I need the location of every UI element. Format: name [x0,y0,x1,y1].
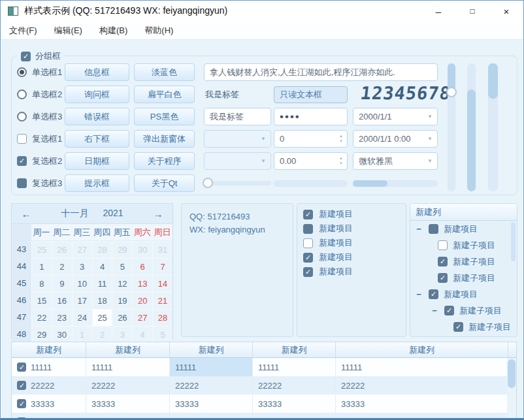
style-button[interactable]: PS黑色 [134,108,195,125]
item-checkbox[interactable] [303,238,313,248]
dialog-button[interactable]: 询问框 [65,86,129,103]
calendar-day[interactable]: 17 [72,292,92,309]
table-cell[interactable]: 11111 [336,358,508,376]
style-button[interactable]: 扁平白色 [134,86,195,103]
calendar-day[interactable]: 9 [52,275,72,292]
calendar-day[interactable]: 25 [92,309,112,326]
item-checkbox[interactable] [429,289,438,299]
double-spinbox[interactable]: 0.00 ▲▼ [274,152,348,170]
calendar-day[interactable]: 16 [52,292,72,309]
int-spinbox[interactable]: 0 ▲▼ [274,130,348,148]
calendar-day[interactable]: 2 [52,258,72,275]
item-checkbox[interactable] [303,267,313,277]
tree-scrollbar[interactable] [511,222,516,261]
calendar-day[interactable]: 30 [52,326,72,343]
spinbox-arrows-icon[interactable]: ▲▼ [339,156,343,165]
calendar-day[interactable]: 24 [72,309,92,326]
row-checkbox[interactable] [17,399,26,408]
list-item[interactable]: 新建项目 [297,207,406,221]
dialog-button[interactable]: 右下框 [65,130,129,148]
calendar-day[interactable]: 5 [152,326,172,343]
list-item[interactable]: 新建项目 [297,265,406,279]
checkbox[interactable] [17,134,27,144]
item-checkbox[interactable] [438,257,448,267]
calendar-day[interactable]: 31 [152,241,172,258]
password-input[interactable]: •••• [274,108,348,125]
calendar-day[interactable]: 21 [152,292,172,309]
quote-input[interactable]: 拿人钱财替人消灾,人生江湖如此,程序江湖亦如此. [204,63,438,81]
table-row[interactable]: 2222222222222222222222222 [12,376,516,395]
empty-combobox-1[interactable]: ▼ [204,130,271,148]
calendar-day[interactable]: 18 [92,292,112,309]
table-cell[interactable]: 22222 [170,376,253,395]
table-header-cell[interactable]: 新建列 [170,342,253,357]
readonly-textbox[interactable]: 只读文本框 [274,86,348,103]
tree-item[interactable]: −新建子项目 [410,302,517,319]
close-button[interactable]: × [489,1,523,22]
vertical-scrollbar-handle[interactable] [488,63,498,99]
vertical-slider-handle[interactable] [446,87,457,97]
calendar-day[interactable]: 27 [132,309,152,326]
item-checkbox[interactable] [438,273,448,283]
collapse-icon[interactable]: − [414,289,423,299]
radio-button[interactable] [17,67,27,77]
calendar-day[interactable]: 13 [132,275,152,292]
menu-item[interactable]: 构建(B) [91,22,136,40]
table-cell[interactable]: 22222 [336,376,508,395]
slider-handle[interactable] [203,178,213,188]
scrollbar-handle[interactable] [353,180,387,187]
row-checkbox[interactable] [17,363,26,372]
calendar-day[interactable]: 2 [92,326,112,343]
menu-item[interactable]: 编辑(E) [46,22,91,40]
item-checkbox[interactable] [453,322,463,332]
tree-item[interactable]: −新建项目 [410,221,517,237]
table-row[interactable]: 4444444444444444444444444 [12,413,516,420]
table-cell[interactable]: 44444 [12,413,86,420]
calendar-day[interactable]: 29 [112,241,132,258]
tree-item[interactable]: 新建子项目 [410,253,517,270]
item-checkbox[interactable] [429,224,438,234]
calendar-next-icon[interactable]: → [144,208,172,219]
name-input[interactable]: 我是标签 [204,108,271,125]
calendar-day[interactable]: 5 [112,258,132,275]
dialog-button[interactable]: 信息框 [65,63,129,81]
table-cell[interactable]: 11111 [253,358,336,376]
item-checkbox[interactable] [303,210,313,219]
calendar-day[interactable]: 26 [112,309,132,326]
notes-textarea[interactable]: QQ: 517216493WX: feiyangqingyun [181,203,293,337]
calendar-day[interactable]: 23 [52,309,72,326]
calendar-day[interactable]: 4 [132,326,152,343]
calendar-day[interactable]: 19 [112,292,132,309]
tree-item[interactable]: 新建子项目 [410,237,517,253]
table-cell[interactable]: 44444 [336,413,508,420]
table-cell[interactable]: 22222 [86,376,170,395]
style-button[interactable]: 淡蓝色 [134,63,195,81]
calendar-day[interactable]: 22 [31,309,52,326]
tree-item[interactable]: 新建子项目 [410,319,517,335]
groupbox-checkbox[interactable] [21,52,31,61]
table-cell[interactable]: 44444 [86,413,170,420]
empty-combobox-2[interactable]: ▼ [204,152,271,170]
calendar-day[interactable]: 6 [132,258,152,275]
calendar-year[interactable]: 2021 [103,208,123,219]
calendar-day[interactable]: 11 [92,275,112,292]
menu-item[interactable]: 帮助(H) [136,22,182,40]
calendar-day[interactable]: 14 [152,275,172,292]
menu-item[interactable]: 文件(F) [1,22,46,40]
font-combobox[interactable]: 微软雅黑 ▼ [353,152,438,170]
calendar-day[interactable]: 3 [72,258,92,275]
calendar-day[interactable]: 3 [112,326,132,343]
calendar-day[interactable]: 8 [31,275,52,292]
table-cell[interactable]: 11111 [12,358,86,376]
table-header-cell[interactable]: 新建列 [86,342,170,357]
spinbox-arrows-icon[interactable]: ▲▼ [339,134,343,143]
calendar-day[interactable]: 1 [31,258,52,275]
calendar-day[interactable]: 27 [72,241,92,258]
table-header-cell[interactable]: 新建列 [12,342,86,357]
maximize-button[interactable]: □ [455,1,489,22]
dialog-button[interactable]: 错误框 [65,108,129,125]
row-checkbox[interactable] [17,381,26,390]
table-cell[interactable]: 44444 [253,413,336,420]
calendar-day[interactable]: 4 [92,258,112,275]
calendar-month[interactable]: 十一月 [61,208,88,219]
